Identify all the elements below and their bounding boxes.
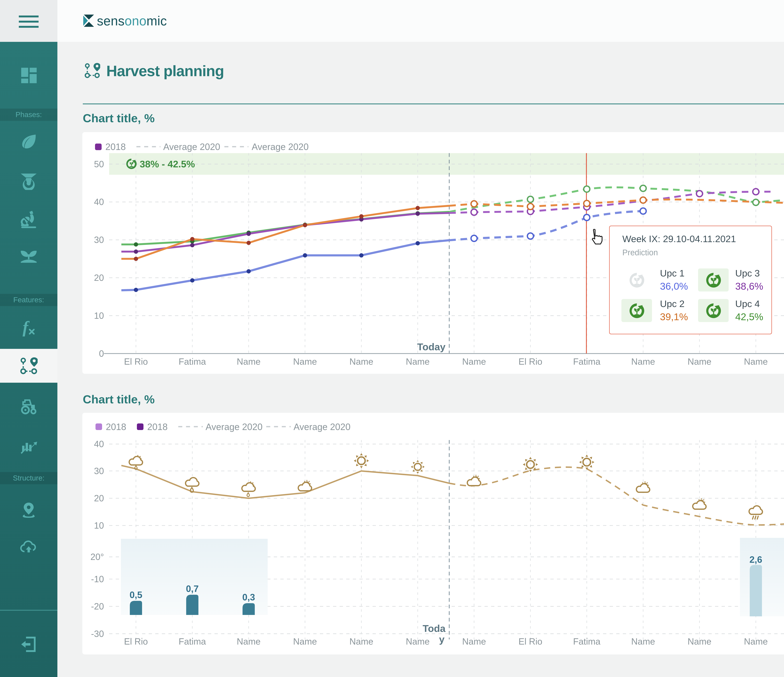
svg-text:Fatima: Fatima <box>179 637 206 646</box>
svg-text:Name: Name <box>237 357 261 366</box>
svg-text:Name: Name <box>688 357 711 366</box>
svg-text:0,7: 0,7 <box>186 584 199 594</box>
svg-text:Fatima: Fatima <box>573 357 600 366</box>
svg-text:Name: Name <box>688 637 711 646</box>
svg-text:Average 2020: Average 2020 <box>163 142 220 152</box>
svg-text:40: 40 <box>94 439 104 449</box>
svg-text:f: f <box>23 318 30 337</box>
svg-text:20°: 20° <box>90 552 104 562</box>
svg-text:Fatima: Fatima <box>179 357 206 366</box>
svg-text:y: y <box>439 634 445 645</box>
svg-text:Fatima: Fatima <box>573 637 600 646</box>
svg-text:2018: 2018 <box>147 422 168 432</box>
svg-text:10: 10 <box>94 520 104 531</box>
svg-text:10: 10 <box>94 311 104 321</box>
svg-text:Average 2020: Average 2020 <box>252 142 309 152</box>
svg-text:-10: -10 <box>91 574 104 584</box>
svg-text:Name: Name <box>462 357 486 366</box>
svg-text:Name: Name <box>237 637 261 646</box>
svg-text:Name: Name <box>350 637 373 646</box>
svg-text:-30: -30 <box>91 629 104 639</box>
svg-text:El Rio: El Rio <box>518 357 542 366</box>
svg-text:0,3: 0,3 <box>242 592 255 602</box>
svg-text:40: 40 <box>94 197 104 207</box>
svg-text:2,6: 2,6 <box>750 554 762 565</box>
svg-text:Today: Today <box>417 341 445 352</box>
svg-text:2018: 2018 <box>105 142 126 152</box>
svg-text:0,5: 0,5 <box>129 590 142 600</box>
svg-text:Average 2020: Average 2020 <box>294 422 350 432</box>
svg-text:0: 0 <box>99 349 104 359</box>
svg-text:50: 50 <box>94 159 104 169</box>
svg-text:20: 20 <box>94 273 104 283</box>
svg-text:-20: -20 <box>91 601 104 611</box>
svg-text:Name: Name <box>406 637 429 646</box>
svg-text:El Rio: El Rio <box>124 357 148 366</box>
svg-text:Name: Name <box>406 357 429 366</box>
svg-text:Name: Name <box>293 637 317 646</box>
svg-text:Toda: Toda <box>423 623 446 634</box>
svg-text:Name: Name <box>293 357 317 366</box>
svg-text:Name: Name <box>462 637 486 646</box>
svg-text:Name: Name <box>631 637 655 646</box>
svg-text:El Rio: El Rio <box>124 637 148 646</box>
svg-text:30: 30 <box>94 466 104 476</box>
svg-text:Name: Name <box>744 357 768 366</box>
svg-text:Name: Name <box>631 357 655 366</box>
svg-text:38% - 42.5%: 38% - 42.5% <box>140 158 195 169</box>
svg-text:2018: 2018 <box>106 422 126 432</box>
svg-text:Name: Name <box>350 357 373 366</box>
svg-text:Average 2020: Average 2020 <box>205 422 263 432</box>
svg-text:Name: Name <box>744 637 768 646</box>
svg-text:20: 20 <box>94 493 104 503</box>
svg-text:El Rio: El Rio <box>518 637 542 646</box>
svg-text:30: 30 <box>94 235 104 245</box>
